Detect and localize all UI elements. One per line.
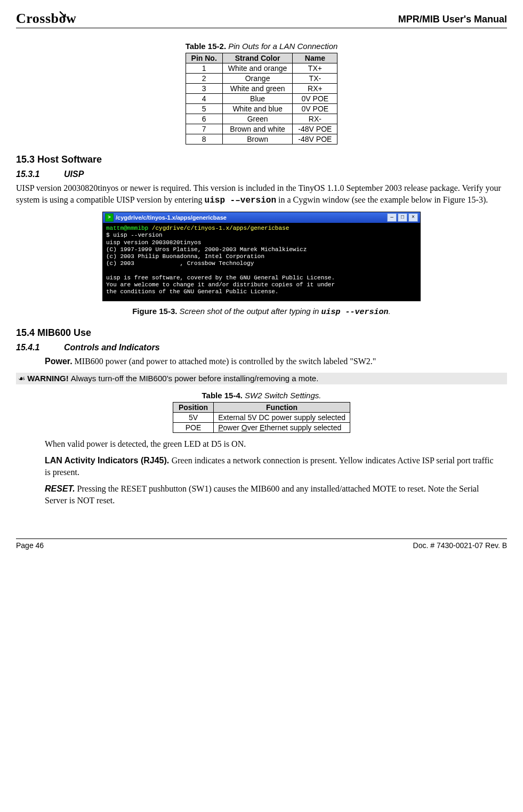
page-footer: Page 46 Doc. # 7430-0021-07 Rev. B — [16, 538, 507, 550]
table-cell: 8 — [186, 134, 222, 144]
power-label: Power. — [45, 357, 73, 366]
table-cell: -48V POE — [293, 124, 337, 134]
caption-ital: Pin Outs for a LAN Connection — [226, 42, 337, 51]
col-function: Function — [214, 402, 350, 412]
table-cell: 7 — [186, 124, 222, 134]
col-name: Name — [293, 53, 337, 63]
caption-bold: Table 15-4. — [202, 391, 243, 400]
table-cell: 4 — [186, 94, 222, 104]
footer-left: Page 46 — [16, 541, 44, 550]
terminal-title: /cygdrive/c/tinyos-1.x/apps/genericbase — [116, 214, 227, 221]
term-line: You are welcome to change it and/or dist… — [106, 282, 335, 288]
terminal-body: mattm@mmmibp /cygdrive/c/tinyos-1.x/apps… — [103, 223, 420, 301]
table-cell: TX- — [293, 74, 337, 84]
caption-bold: Table 15-2. — [186, 42, 226, 51]
table-cell: External 5V DC power supply selected — [214, 412, 350, 422]
power-paragraph: Power. MIB600 power (and power to attach… — [45, 356, 496, 367]
power-text: MIB600 power (and power to attached mote… — [73, 357, 376, 366]
reset-paragraph: RESET. Pressing the RESET pushbutton (SW… — [45, 483, 496, 506]
term-path: /cygdrive/c/tinyos-1.x/apps/genericbase — [152, 225, 289, 231]
terminal-titlebar: > /cygdrive/c/tinyos-1.x/apps/genericbas… — [103, 212, 420, 223]
table-cell: Brown — [222, 134, 293, 144]
table-row: 5White and blue0V POE — [186, 104, 337, 114]
table-cell: 6 — [186, 114, 222, 124]
reset-label: RESET. — [45, 484, 75, 493]
doc-title: MPR/MIB User's Manual — [398, 14, 507, 25]
table-15-2-caption: Table 15-2. Pin Outs for a LAN Connectio… — [16, 42, 507, 51]
section-15-4-heading: 15.4 MIB600 Use — [16, 327, 507, 339]
table-row: 6GreenRX- — [186, 114, 337, 124]
terminal-screenshot: > /cygdrive/c/tinyos-1.x/apps/genericbas… — [102, 212, 421, 301]
section-15-3-1-heading: 15.3.1UISP — [16, 170, 507, 179]
table-cell: 2 — [186, 74, 222, 84]
table-row: POEPower Over Ethernet supply selected — [173, 422, 350, 432]
table-row: 3White and greenRX+ — [186, 84, 337, 94]
maximize-button[interactable]: □ — [398, 213, 407, 222]
reset-text: Pressing the RESET pushbutton (SW1) caus… — [45, 484, 479, 505]
warning-text: Always turn-off the MIB600's power befor… — [71, 374, 318, 383]
table-cell: 3 — [186, 84, 222, 94]
footer-right: Doc. # 7430-0021-07 Rev. B — [413, 541, 507, 550]
section-15-3-heading: 15.3 Host Software — [16, 154, 507, 165]
term-line: the conditions of the GNU General Public… — [106, 288, 278, 295]
lan-label: LAN Activity Indicators (RJ45). — [45, 456, 172, 465]
table-row: 5VExternal 5V DC power supply selected — [173, 412, 350, 422]
table-cell: 1 — [186, 63, 222, 74]
table-cell: -48V POE — [293, 134, 337, 144]
table-cell: 5V — [173, 412, 213, 422]
col-strand-color: Strand Color — [222, 53, 293, 63]
term-line: uisp is free software, covered by the GN… — [106, 275, 335, 281]
col-position: Position — [173, 402, 213, 412]
table-cell: RX- — [293, 114, 337, 124]
term-line: uisp version 20030820tinyos — [106, 239, 201, 246]
figure-15-3-caption: Figure 15-3. Screen shot of the output a… — [16, 307, 507, 317]
table-cell: Brown and white — [222, 124, 293, 134]
term-line: (c) 2003 Philip Buonadonna, Intel Corpor… — [106, 253, 264, 260]
para-after: in a Cygwin window (see the example belo… — [276, 195, 488, 204]
table-cell: 0V POE — [293, 94, 337, 104]
table-15-4-caption: Table 15-4. SW2 Switch Settings. — [16, 391, 507, 400]
warning-label: WARNING! — [25, 374, 71, 383]
table-cell: White and green — [222, 84, 293, 94]
fig-mono: uisp --version — [321, 308, 389, 317]
table-cell: White and orange — [222, 63, 293, 74]
warning-icon: ☙ — [18, 374, 25, 383]
terminal-icon: > — [105, 213, 114, 222]
table-row: 8Brown-48V POE — [186, 134, 337, 144]
page-header: Crossbo↘w MPR/MIB User's Manual — [16, 11, 507, 28]
subsect-num: 15.3.1 — [16, 170, 64, 179]
table-cell: Orange — [222, 74, 293, 84]
uisp-command: uisp -–version — [205, 196, 276, 205]
table-cell: Blue — [222, 94, 293, 104]
table-row: 1White and orangeTX+ — [186, 63, 337, 74]
fig-tail: . — [389, 307, 391, 316]
table-cell: 0V POE — [293, 104, 337, 114]
table-header-row: Pin No. Strand Color Name — [186, 53, 337, 63]
table-cell: Power Over Ethernet supply selected — [214, 422, 350, 432]
section-15-4-1-heading: 15.4.1Controls and Indicators — [16, 343, 507, 352]
uisp-paragraph: UISP version 20030820tinyos or newer is … — [16, 182, 507, 206]
term-line: $ uisp --version — [106, 232, 163, 238]
table-cell: Green — [222, 114, 293, 124]
lan-paragraph: LAN Activity Indicators (RJ45). Green in… — [45, 455, 496, 478]
table-row: 4Blue0V POE — [186, 94, 337, 104]
caption-ital: SW2 Switch Settings. — [243, 391, 321, 400]
table-row: 7Brown and white-48V POE — [186, 124, 337, 134]
subsect-num: 15.4.1 — [16, 343, 64, 352]
subsect-title: UISP — [64, 170, 84, 179]
warning-bar: ☙ WARNING! Always turn-off the MIB600's … — [16, 373, 507, 384]
subsect-title: Controls and Indicators — [64, 343, 160, 352]
table-header-row: Position Function — [173, 402, 350, 412]
term-line: (c) 2003 , Crossbow Technology — [106, 260, 254, 267]
table-cell: White and blue — [222, 104, 293, 114]
table-cell: RX+ — [293, 84, 337, 94]
table-cell: POE — [173, 422, 213, 432]
minimize-button[interactable]: – — [387, 213, 397, 222]
close-button[interactable]: × — [408, 213, 418, 222]
table-15-4: Position Function 5VExternal 5V DC power… — [173, 402, 350, 433]
valid-power-paragraph: When valid power is detected, the green … — [45, 438, 496, 450]
table-15-2: Pin No. Strand Color Name 1White and ora… — [186, 53, 338, 144]
col-pin-no: Pin No. — [186, 53, 222, 63]
table-row: 2OrangeTX- — [186, 74, 337, 84]
table-cell: 5 — [186, 104, 222, 114]
